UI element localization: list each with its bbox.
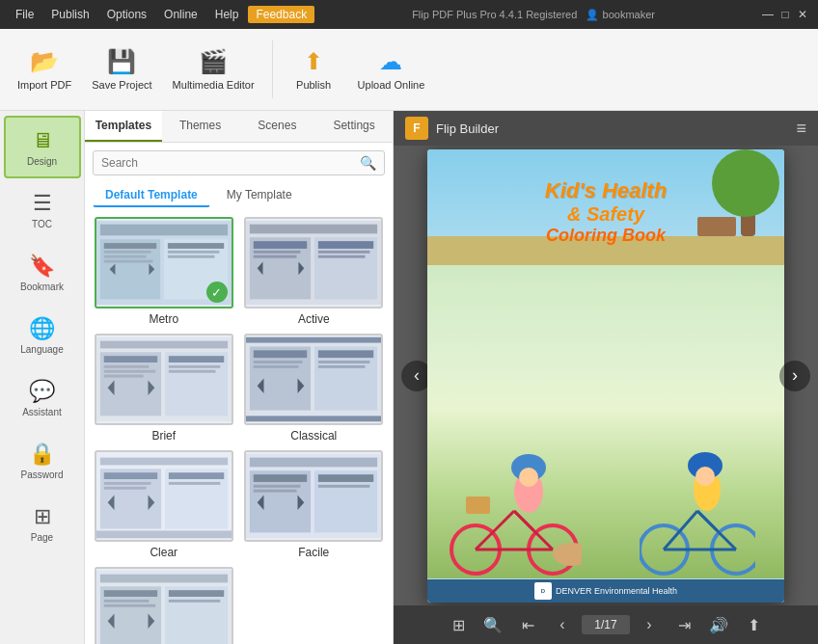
sidebar-item-toc[interactable]: ☰ TOC: [4, 178, 81, 241]
svg-rect-14: [250, 225, 377, 234]
import-pdf-button[interactable]: 📂 Import PDF: [10, 34, 79, 106]
sidebar-item-page[interactable]: ⊞ Page: [4, 492, 81, 554]
sidebar-item-design[interactable]: 🖥 Design: [4, 116, 81, 178]
save-project-button[interactable]: 💾 Save Project: [84, 34, 159, 106]
menu-bar[interactable]: File Publish Options Online Help Feedbac…: [8, 6, 314, 23]
template-brief[interactable]: Brief: [93, 334, 235, 443]
prev-page-footer-button[interactable]: ‹: [547, 609, 578, 640]
main-layout: 🖥 Design ☰ TOC 🔖 Bookmark 🌐 Language 💬 A…: [0, 111, 818, 644]
svg-rect-75: [100, 575, 228, 583]
svg-rect-81: [169, 590, 224, 597]
tab-themes[interactable]: Themes: [162, 111, 239, 142]
last-page-button[interactable]: ⇥: [668, 609, 699, 640]
svg-rect-44: [254, 361, 303, 363]
svg-rect-52: [100, 458, 228, 466]
svg-rect-46: [318, 350, 373, 358]
next-page-footer-button[interactable]: ›: [634, 609, 665, 640]
publish-button[interactable]: ⬆ Publish: [283, 34, 345, 106]
share-button[interactable]: ⬆: [738, 609, 769, 640]
book-publisher-footer: D DENVER Environmental Health: [427, 579, 784, 603]
svg-line-87: [476, 511, 514, 550]
upload-online-button[interactable]: ☁ Upload Online: [350, 34, 433, 106]
template-active[interactable]: Active: [243, 217, 386, 326]
menu-file[interactable]: File: [8, 6, 41, 23]
template-thumb-brief[interactable]: [95, 334, 233, 425]
tab-templates[interactable]: Templates: [85, 111, 162, 142]
template-classical[interactable]: Classical: [243, 334, 386, 443]
feedback-button[interactable]: Feedback: [248, 6, 314, 23]
grid-view-button[interactable]: ⊞: [443, 609, 474, 640]
svg-rect-21: [318, 251, 369, 254]
template-thumb-classical[interactable]: [244, 334, 383, 425]
multimedia-editor-button[interactable]: 🎬 Multimedia Editor: [165, 34, 262, 106]
svg-rect-8: [168, 243, 224, 249]
flip-logo: F: [405, 117, 428, 140]
template-clear[interactable]: Clear: [93, 450, 235, 559]
svg-rect-68: [254, 485, 301, 488]
password-icon: 🔒: [29, 442, 55, 467]
svg-rect-56: [104, 472, 157, 479]
window-controls[interactable]: — □ ✕: [760, 7, 810, 22]
tab-settings[interactable]: Settings: [315, 111, 393, 142]
sidebar-item-password[interactable]: 🔒 Password: [4, 429, 81, 492]
template-thumb-clear[interactable]: [95, 450, 233, 542]
bookmark-icon: 🔖: [29, 254, 55, 279]
svg-rect-45: [254, 365, 299, 368]
template-neat[interactable]: Neat: [93, 567, 235, 644]
svg-rect-29: [104, 356, 157, 362]
template-label-clear: Clear: [150, 546, 177, 559]
search-input[interactable]: [101, 156, 360, 170]
preview-area: F Flip Builder ≡ ‹: [394, 111, 818, 644]
first-page-button[interactable]: ⇤: [512, 609, 543, 640]
template-thumb-neat[interactable]: [95, 567, 233, 644]
preview-header: F Flip Builder ≡: [394, 111, 818, 146]
template-thumb-facile[interactable]: [244, 450, 383, 542]
svg-rect-4: [104, 243, 156, 249]
preview-title: Flip Builder: [436, 121, 499, 136]
svg-rect-10: [168, 255, 215, 258]
template-thumb-active[interactable]: [244, 217, 383, 309]
svg-rect-58: [104, 487, 147, 490]
next-page-button[interactable]: ›: [779, 361, 810, 391]
template-grid: ✓ Metro: [85, 213, 393, 644]
subtab-default[interactable]: Default Template: [93, 183, 210, 207]
template-metro[interactable]: ✓ Metro: [93, 217, 235, 326]
svg-rect-82: [169, 600, 220, 603]
import-pdf-icon: 📂: [30, 48, 59, 75]
toolbar: 📂 Import PDF 💾 Save Project 🎬 Multimedia…: [0, 29, 818, 111]
volume-button[interactable]: 🔊: [703, 609, 734, 640]
menu-options[interactable]: Options: [99, 6, 154, 23]
sidebar-item-assistant[interactable]: 💬 Assistant: [4, 366, 81, 429]
template-thumb-metro[interactable]: ✓: [95, 217, 233, 309]
menu-publish[interactable]: Publish: [43, 6, 96, 23]
design-icon: 🖥: [32, 128, 53, 153]
svg-rect-17: [254, 241, 307, 249]
svg-rect-47: [318, 361, 369, 363]
menu-help[interactable]: Help: [207, 6, 247, 23]
template-label-brief: Brief: [151, 429, 176, 443]
close-button[interactable]: ✕: [795, 7, 810, 22]
svg-rect-67: [254, 474, 307, 482]
maximize-button[interactable]: □: [777, 7, 793, 22]
preview-menu-button[interactable]: ≡: [796, 119, 806, 139]
book-subtitle: Coloring Book: [545, 226, 667, 246]
multimedia-icon: 🎬: [199, 48, 228, 75]
sidebar-item-bookmark[interactable]: 🔖 Bookmark: [4, 241, 81, 304]
page-indicator: 1/17: [582, 615, 630, 634]
svg-rect-6: [104, 255, 147, 258]
template-facile[interactable]: Facile: [243, 450, 386, 559]
minimize-button[interactable]: —: [760, 7, 776, 22]
svg-point-94: [519, 468, 538, 487]
svg-rect-22: [318, 255, 366, 258]
svg-rect-53: [96, 530, 232, 538]
svg-rect-5: [104, 251, 151, 254]
book-preview: Kid's Health & Safety Coloring Book: [427, 149, 784, 603]
preview-content: ‹: [394, 146, 818, 605]
subtab-my-template[interactable]: My Template: [214, 183, 305, 207]
template-subtabs: Default Template My Template: [85, 183, 393, 213]
svg-line-99: [664, 511, 697, 550]
tab-scenes[interactable]: Scenes: [239, 111, 316, 142]
zoom-out-button[interactable]: 🔍: [477, 609, 508, 640]
sidebar-item-language[interactable]: 🌐 Language: [4, 304, 81, 366]
menu-online[interactable]: Online: [156, 6, 205, 23]
